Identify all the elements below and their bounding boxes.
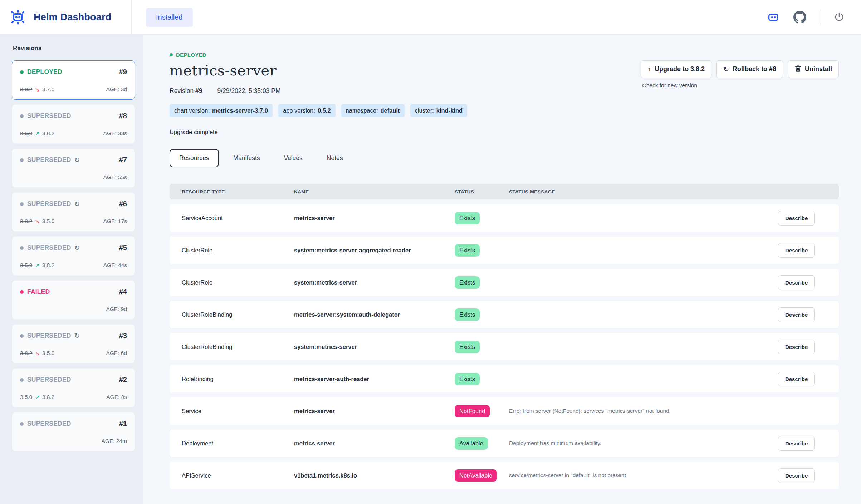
resources-table: RESOURCE TYPE NAME STATUS STATUS MESSAGE… [170,184,839,489]
status-dot [20,158,24,162]
revision-status-label: SUPERSEDED [27,200,71,208]
status-message-cell: Error from server (NotFound): services "… [509,408,778,414]
table-row: Deploymentmetrics-serverAvailableDeploym… [170,430,839,457]
resource-type-cell: ClusterRoleBinding [182,344,294,350]
new-chart-version: 3.8.2 [42,130,54,137]
status-dot [20,246,24,250]
app-logo[interactable]: Helm Dashboard [0,9,131,26]
revision-card-8[interactable]: SUPERSEDED#83.5.0↗3.8.2AGE: 33s [12,104,135,144]
header-icons-divider [820,10,820,25]
revision-status-label: SUPERSEDED [27,332,71,340]
table-row: Servicemetrics-serverNotFoundError from … [170,397,839,425]
app-title: Helm Dashboard [34,12,111,23]
status-badge: Exists [455,276,480,289]
table-row: ClusterRoleBindingsystem:metrics-serverE… [170,333,839,360]
describe-button[interactable]: Describe [778,211,815,226]
old-chart-version: 3.5.0 [20,130,32,137]
revision-card-5[interactable]: SUPERSEDED↻#53.5.0↗3.8.2AGE: 44s [12,236,135,276]
resource-name-cell: metrics-server-auth-reader [294,376,455,382]
resource-name-cell: system:metrics-server [294,344,455,350]
upgrade-arrow-icon: ↗ [35,130,39,137]
uninstall-button[interactable]: Uninstall [788,60,839,78]
revision-card-top: FAILED#4 [20,288,127,296]
describe-button[interactable]: Describe [778,275,815,290]
revision-age: AGE: 33s [103,130,127,137]
revision-card-top: DEPLOYED#9 [20,68,127,76]
revision-number: #4 [119,288,127,296]
revision-card-9[interactable]: DEPLOYED#93.8.2↘3.7.0AGE: 3d [12,60,135,100]
describe-button[interactable]: Describe [778,340,815,354]
nav-installed-tab[interactable]: Installed [146,8,193,27]
resource-type-cell: Deployment [182,440,294,447]
resource-type-cell: ClusterRoleBinding [182,311,294,318]
revision-age: AGE: 8s [106,394,127,400]
power-icon[interactable] [834,12,845,23]
resource-name-cell: metrics-server:system:auth-delegator [294,311,455,318]
describe-button[interactable]: Describe [778,243,815,258]
tab-resources[interactable]: Resources [170,149,219,167]
revision-card-bottom: AGE: 55s [20,174,127,181]
reload-icon: ↻ [74,201,80,207]
revision-status-label: SUPERSEDED [27,420,71,428]
revision-card-6[interactable]: SUPERSEDED↻#63.8.2↘3.5.0AGE: 17s [12,192,135,232]
tab-notes[interactable]: Notes [317,149,353,167]
revision-card-top: SUPERSEDED#1 [20,420,127,428]
old-chart-version: 3.5.0 [20,262,32,268]
revision-card-bottom: 3.8.2↘3.5.0AGE: 6d [20,350,127,357]
rollback-button[interactable]: ↻ Rollback to #8 [716,60,783,78]
revision-card-bottom: AGE: 24m [20,438,127,445]
revision-card-2[interactable]: SUPERSEDED#23.5.0↗3.8.2AGE: 8s [12,368,135,407]
new-chart-version: 3.8.2 [42,394,54,400]
tab-values[interactable]: Values [274,149,312,167]
app-version-badge: app version:0.5.2 [278,104,336,117]
revision-status-label: FAILED [27,288,50,296]
upgrade-arrow-icon: ↑ [647,66,651,73]
old-chart-version: 3.8.2 [20,218,32,224]
revision-card-top: SUPERSEDED#8 [20,112,127,120]
table-row: ClusterRoleBindingmetrics-server:system:… [170,301,839,328]
revision-card-bottom: AGE: 9d [20,306,127,313]
check-new-version-link[interactable]: Check for new version [642,82,697,89]
chart-version-badge: chart version:metrics-server-3.7.0 [170,104,273,117]
describe-button[interactable]: Describe [778,436,815,451]
new-chart-version: 3.5.0 [42,218,54,224]
revision-number: #9 [119,68,127,76]
describe-button[interactable]: Describe [778,372,815,386]
robot-icon[interactable] [767,11,780,24]
tab-manifests[interactable]: Manifests [224,149,270,167]
cluster-badge: cluster:kind-kind [410,104,468,117]
resource-name-cell: metrics-server [294,408,455,415]
revisions-list: DEPLOYED#93.8.2↘3.7.0AGE: 3dSUPERSEDED#8… [0,60,143,451]
helm-robot-logo-icon [9,9,26,26]
resource-type-cell: APIService [182,472,294,479]
revision-card-top: SUPERSEDED↻#3 [20,332,127,340]
revision-card-3[interactable]: SUPERSEDED↻#33.8.2↘3.5.0AGE: 6d [12,324,135,364]
release-detail-panel: DEPLOYED metrics-server Revision #9 9/29… [143,35,861,504]
revision-number: #5 [119,244,127,252]
table-row: APIServicev1beta1.metrics.k8s.ioNotAvail… [170,462,839,489]
release-summary: DEPLOYED metrics-server Revision #9 9/29… [170,52,281,95]
upgrade-button[interactable]: ↑ Upgrade to 3.8.2 [641,60,711,78]
describe-button[interactable]: Describe [778,307,815,322]
resources-table-header: RESOURCE TYPE NAME STATUS STATUS MESSAGE [170,184,839,199]
release-title: metrics-server [170,62,281,79]
revision-status-label: SUPERSEDED [27,244,71,252]
revision-card-7[interactable]: SUPERSEDED↻#7AGE: 55s [12,148,135,188]
revision-number: #6 [119,200,127,208]
reload-icon: ↻ [74,332,80,339]
resource-type-cell: RoleBinding [182,376,294,382]
status-dot [170,53,173,56]
downgrade-arrow-icon: ↘ [35,350,39,357]
revision-card-1[interactable]: SUPERSEDED#1AGE: 24m [12,412,135,451]
top-bar: Helm Dashboard Installed [0,0,861,35]
revision-card-top: SUPERSEDED↻#6 [20,200,127,208]
revision-card-4[interactable]: FAILED#4AGE: 9d [12,280,135,320]
revision-status-label: SUPERSEDED [27,156,71,164]
old-chart-version: 3.8.2 [20,350,32,356]
namespace-badge: namespace:default [341,104,405,117]
downgrade-arrow-icon: ↘ [35,218,39,225]
table-row: RoleBindingmetrics-server-auth-readerExi… [170,365,839,392]
status-message-cell: Deployment has minimum availability. [509,440,778,446]
describe-button[interactable]: Describe [778,468,815,483]
github-icon[interactable] [793,11,806,24]
